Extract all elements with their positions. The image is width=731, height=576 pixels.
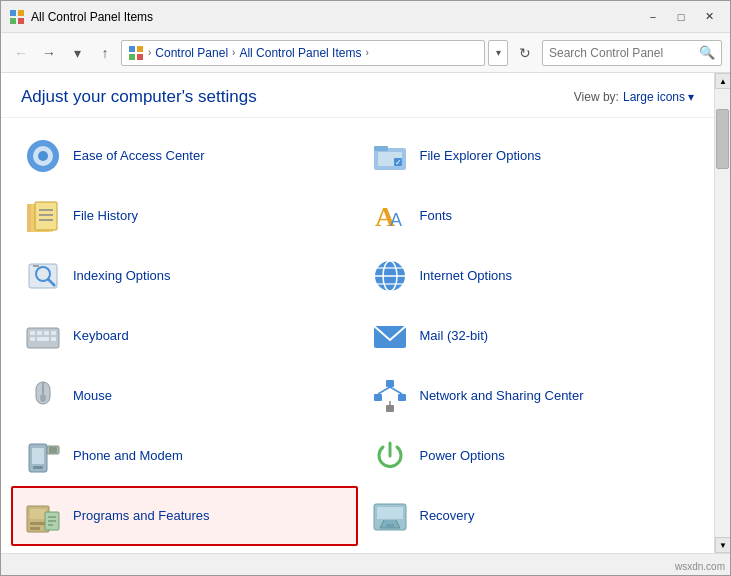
svg-rect-40 <box>51 337 56 341</box>
watermark: wsxdn.com <box>675 561 725 572</box>
path-separator-1: › <box>148 47 151 58</box>
page-title: Adjust your computer's settings <box>21 87 257 107</box>
svg-rect-0 <box>10 10 16 16</box>
svg-rect-5 <box>137 46 143 52</box>
view-by-label: View by: <box>574 90 619 104</box>
title-bar: All Control Panel Items − □ ✕ <box>1 1 730 33</box>
up-button[interactable]: ↑ <box>93 41 117 65</box>
svg-rect-6 <box>129 54 135 60</box>
icon-label-keyboard: Keyboard <box>73 328 129 345</box>
recent-locations-button[interactable]: ▾ <box>65 41 89 65</box>
icon-label-phone-modem: Phone and Modem <box>73 448 183 465</box>
address-dropdown[interactable]: ▾ <box>488 40 508 66</box>
icon-label-programs-features: Programs and Features <box>73 508 210 525</box>
path-separator-2: › <box>232 47 235 58</box>
search-box: 🔍 <box>542 40 722 66</box>
mail-icon <box>370 316 410 356</box>
icon-label-ease-of-access: Ease of Access Center <box>73 148 205 165</box>
icon-label-mouse: Mouse <box>73 388 112 405</box>
file-history-icon <box>23 196 63 236</box>
power-icon <box>370 436 410 476</box>
icon-item-region[interactable]: Region <box>11 546 358 553</box>
icon-label-fonts: Fonts <box>420 208 453 225</box>
icon-item-ease-of-access[interactable]: Ease of Access Center <box>11 126 358 186</box>
icon-label-power-options: Power Options <box>420 448 505 465</box>
icon-item-file-history[interactable]: File History <box>11 186 358 246</box>
svg-rect-7 <box>137 54 143 60</box>
address-path: › Control Panel › All Control Panel Item… <box>121 40 485 66</box>
icon-item-mail-32bit[interactable]: Mail (32-bit) <box>358 306 705 366</box>
close-button[interactable]: ✕ <box>696 7 722 27</box>
search-input[interactable] <box>549 46 699 60</box>
icon-item-mouse[interactable]: Mouse <box>11 366 358 426</box>
icon-label-internet-options: Internet Options <box>420 268 513 285</box>
svg-line-49 <box>390 387 402 394</box>
svg-rect-68 <box>377 507 403 519</box>
minimize-button[interactable]: − <box>640 7 666 27</box>
svg-rect-50 <box>386 405 394 412</box>
scroll-down-button[interactable]: ▼ <box>715 537 730 553</box>
icon-item-programs-features[interactable]: Programs and Features <box>11 486 358 546</box>
scrollbar: ▲ ▼ <box>714 73 730 553</box>
forward-button[interactable]: → <box>37 41 61 65</box>
window-title: All Control Panel Items <box>31 10 640 24</box>
path-control-panel[interactable]: Control Panel <box>155 46 228 60</box>
icon-item-keyboard[interactable]: Keyboard <box>11 306 358 366</box>
icon-item-network-sharing[interactable]: Network and Sharing Center <box>358 366 705 426</box>
icon-item-indexing-options[interactable]: Indexing Options <box>11 246 358 306</box>
svg-rect-62 <box>30 527 40 530</box>
icon-item-file-explorer-options[interactable]: ✓File Explorer Options <box>358 126 705 186</box>
keyboard-icon <box>23 316 63 356</box>
refresh-button[interactable]: ↻ <box>512 40 538 66</box>
svg-text:✓: ✓ <box>394 158 401 167</box>
svg-rect-1 <box>18 10 24 16</box>
scroll-up-button[interactable]: ▲ <box>715 73 730 89</box>
icon-item-remoteapp[interactable]: RemoteApp and Desktop Connections <box>358 546 705 553</box>
view-by-value[interactable]: Large icons ▾ <box>623 90 694 104</box>
scroll-thumb[interactable] <box>716 109 729 169</box>
svg-rect-69 <box>386 524 394 528</box>
icon-item-fonts[interactable]: AAFonts <box>358 186 705 246</box>
window-icon <box>9 9 25 25</box>
svg-rect-12 <box>374 146 388 151</box>
icon-label-network-sharing: Network and Sharing Center <box>420 388 584 405</box>
svg-rect-60 <box>30 509 46 519</box>
svg-text:A: A <box>390 210 402 230</box>
content-area: Adjust your computer's settings View by:… <box>1 73 714 553</box>
path-icon <box>128 45 144 61</box>
recovery-icon <box>370 496 410 536</box>
svg-rect-61 <box>30 522 46 525</box>
icon-label-file-explorer-options: File Explorer Options <box>420 148 541 165</box>
svg-rect-36 <box>44 331 49 335</box>
icon-label-mail-32bit: Mail (32-bit) <box>420 328 489 345</box>
path-all-items[interactable]: All Control Panel Items <box>239 46 361 60</box>
content-header: Adjust your computer's settings View by:… <box>1 73 714 118</box>
svg-rect-18 <box>35 202 57 230</box>
icon-item-phone-modem[interactable]: Phone and Modem <box>11 426 358 486</box>
ease-icon <box>23 136 63 176</box>
svg-rect-34 <box>30 331 35 335</box>
chevron-down-icon: ▾ <box>688 90 694 104</box>
svg-rect-39 <box>37 337 49 341</box>
internet-icon <box>370 256 410 296</box>
icon-item-recovery[interactable]: Recovery <box>358 486 705 546</box>
window-controls: − □ ✕ <box>640 7 722 27</box>
indexing-icon <box>23 256 63 296</box>
svg-rect-35 <box>37 331 42 335</box>
icon-item-power-options[interactable]: Power Options <box>358 426 705 486</box>
maximize-button[interactable]: □ <box>668 7 694 27</box>
items-grid: Ease of Access Center✓File Explorer Opti… <box>1 118 714 553</box>
main-area: Adjust your computer's settings View by:… <box>1 73 730 553</box>
svg-rect-54 <box>33 466 43 469</box>
fonts-icon: AA <box>370 196 410 236</box>
back-button[interactable]: ← <box>9 41 33 65</box>
folder-options-icon: ✓ <box>370 136 410 176</box>
address-bar: ← → ▾ ↑ › Control Panel › All Control Pa… <box>1 33 730 73</box>
scroll-track <box>715 89 730 537</box>
programs-icon <box>23 496 63 536</box>
icon-label-recovery: Recovery <box>420 508 475 525</box>
svg-line-48 <box>378 387 390 394</box>
icon-item-internet-options[interactable]: Internet Options <box>358 246 705 306</box>
search-icon: 🔍 <box>699 45 715 60</box>
main-window: All Control Panel Items − □ ✕ ← → ▾ ↑ › … <box>0 0 731 576</box>
